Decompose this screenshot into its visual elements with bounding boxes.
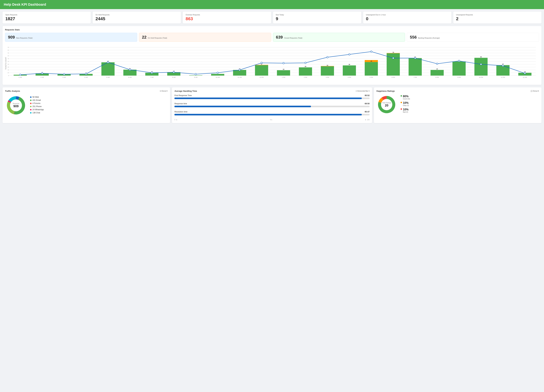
footer-right: ► 100 xyxy=(365,119,369,121)
stat-num-2: 639 xyxy=(276,35,283,40)
kpi-value-4: 0 xyxy=(366,16,449,21)
bottom-row: Traffic Analysis ⊙ Donut ▾ Requests 909 … xyxy=(2,87,542,123)
h-dot-0 xyxy=(401,95,402,97)
happiness-header: Happiness Ratings ⬜ Donut ▾ xyxy=(377,90,539,92)
stat-num-1: 22 xyxy=(142,35,147,40)
legend-text-4: 24 WhatsApp xyxy=(32,108,44,111)
handling-item-time-1: 69:50 xyxy=(365,102,370,105)
footer-left: 0 ◄ xyxy=(174,119,177,121)
kpi-value-3: 9 xyxy=(276,16,358,21)
h-text-2: 10% Bad (2) xyxy=(403,108,408,113)
legend-dot-3 xyxy=(30,106,31,107)
footer-mid: hrs xyxy=(270,119,272,121)
happiness-legend-item-0: 80% Good (16) xyxy=(401,95,410,100)
legend-dot-0 xyxy=(30,96,31,98)
traffic-header: Traffic Analysis ⊙ Donut ▾ xyxy=(5,90,167,92)
kpi-value-2: 863 xyxy=(186,16,268,21)
stat-label-2: Closed Requests (Total) xyxy=(284,37,302,39)
happiness-label: Total Ratings xyxy=(382,102,391,104)
kpi-label-1: On Hold Requests xyxy=(95,14,178,16)
handling-item-2: Resolution time 95:47 xyxy=(174,111,370,115)
traffic-legend: 56 Web431 Email4 Forums251 Phone24 Whats… xyxy=(30,96,44,115)
bar-track-0 xyxy=(174,98,370,99)
happiness-legend: 80% Good (16) 10% Okay (2) 10% Bad (2) xyxy=(401,95,410,114)
kpi-value-1: 2445 xyxy=(95,16,178,21)
legend-text-3: 251 Phone xyxy=(32,105,41,107)
legend-item-1: 431 Email xyxy=(30,99,44,101)
kpi-card-4: Unassigned Due in 1 hour 0 xyxy=(363,12,451,24)
handling-item-time-2: 95:47 xyxy=(365,111,370,113)
traffic-content: Requests 909 56 Web431 Email4 Forums251 … xyxy=(5,94,167,116)
stat-label-1: On Hold Requests (Total) xyxy=(148,37,167,39)
h-pct-0: 80% xyxy=(403,95,410,98)
handling-item-label-2: Resolution time xyxy=(174,111,187,113)
legend-text-2: 4 Forums xyxy=(32,102,41,104)
legend-item-4: 24 WhatsApp xyxy=(30,108,44,111)
happiness-title: Happiness Ratings xyxy=(377,90,395,92)
handling-item-header-2: Resolution time 95:47 xyxy=(174,111,370,113)
donut-center: Requests 909 xyxy=(13,103,19,108)
handling-control[interactable]: ≡ Horizontal Bar ▾ xyxy=(356,90,370,92)
stat-label-3: Backlog Requests (Average) xyxy=(418,37,440,39)
legend-dot-4 xyxy=(30,109,31,110)
legend-item-3: 251 Phone xyxy=(30,105,44,107)
happiness-control[interactable]: ⬜ Donut ▾ xyxy=(530,90,539,92)
legend-item-2: 4 Forums xyxy=(30,102,44,104)
stats-title: Requests Stats xyxy=(5,29,539,31)
handling-item-header-1: Response time 69:50 xyxy=(174,102,370,105)
happiness-panel: Happiness Ratings ⬜ Donut ▾ Total Rating… xyxy=(374,87,542,123)
main-chart xyxy=(8,44,539,82)
stat-label-0: New Requests (Total) xyxy=(16,37,32,39)
h-sub-0: Good (16) xyxy=(403,98,410,100)
y-axis-label: TICKETS COUNT xyxy=(5,44,7,82)
kpi-label-3: Due Today xyxy=(276,14,358,16)
stats-panel: Requests Stats 909New Requests (Total)22… xyxy=(2,26,542,85)
happiness-total: 20 xyxy=(382,104,391,107)
happiness-legend-item-2: 10% Bad (2) xyxy=(401,108,410,113)
traffic-control[interactable]: ⊙ Donut ▾ xyxy=(160,90,167,92)
handling-item-label-0: First Response Time xyxy=(174,94,192,97)
kpi-value-5: 2 xyxy=(456,16,539,21)
handling-item-header-0: First Response Time 95:52 xyxy=(174,94,370,97)
stat-num-3: 556 xyxy=(410,35,417,40)
kpi-label-2: Overdue Requests xyxy=(186,14,268,16)
happiness-legend-item-1: 10% Okay (2) xyxy=(401,101,410,106)
legend-text-0: 56 Web xyxy=(32,96,39,98)
happiness-donut-center: Total Ratings 20 xyxy=(382,102,391,107)
stats-summary: 909New Requests (Total)22On Hold Request… xyxy=(5,33,539,42)
handling-item-time-0: 95:52 xyxy=(365,94,370,97)
handling-panel: Average Handling Time ≡ Horizontal Bar ▾… xyxy=(172,87,372,123)
legend-text-5: 138 Chat xyxy=(32,112,40,114)
stat-box-0: 909New Requests (Total) xyxy=(5,33,137,42)
kpi-row: Open Requests 1827 On Hold Requests 2445… xyxy=(2,12,542,24)
kpi-label-0: Open Requests xyxy=(5,14,88,16)
h-dot-1 xyxy=(401,102,402,103)
bar-track-2 xyxy=(174,114,370,115)
donut-total: 909 xyxy=(13,104,19,108)
stat-num-0: 909 xyxy=(8,35,15,40)
kpi-card-0: Open Requests 1827 xyxy=(2,12,91,24)
stat-box-3: 556Backlog Requests (Average) xyxy=(407,33,539,42)
kpi-card-5: Unassigned Requests 2 xyxy=(453,12,542,24)
h-pct-2: 10% xyxy=(403,108,408,111)
kpi-label-5: Unassigned Requests xyxy=(456,14,539,16)
bar-fill-2 xyxy=(174,114,362,115)
happiness-content: Total Ratings 20 80% Good (16) 10% Okay … xyxy=(377,94,539,115)
legend-dot-5 xyxy=(30,112,31,113)
handling-item-1: Response time 69:50 xyxy=(174,102,370,107)
legend-text-1: 431 Email xyxy=(32,99,41,101)
kpi-card-1: On Hold Requests 2445 xyxy=(93,12,181,24)
handling-header: Average Handling Time ≡ Horizontal Bar ▾ xyxy=(174,90,370,92)
stat-box-2: 639Closed Requests (Total) xyxy=(273,33,405,42)
traffic-donut: Requests 909 xyxy=(5,94,27,116)
legend-item-5: 138 Chat xyxy=(30,112,44,114)
kpi-value-0: 1827 xyxy=(5,16,88,21)
page-header: Help Desk KPI Dashboard xyxy=(0,0,544,9)
handling-item-label-1: Response time xyxy=(174,102,187,105)
kpi-card-3: Due Today 9 xyxy=(273,12,361,24)
h-pct-1: 10% xyxy=(403,101,409,105)
handling-title: Average Handling Time xyxy=(174,90,197,92)
donut-label: Requests xyxy=(13,103,19,104)
bar-fill-1 xyxy=(174,106,311,107)
handling-item-0: First Response Time 95:52 xyxy=(174,94,370,99)
